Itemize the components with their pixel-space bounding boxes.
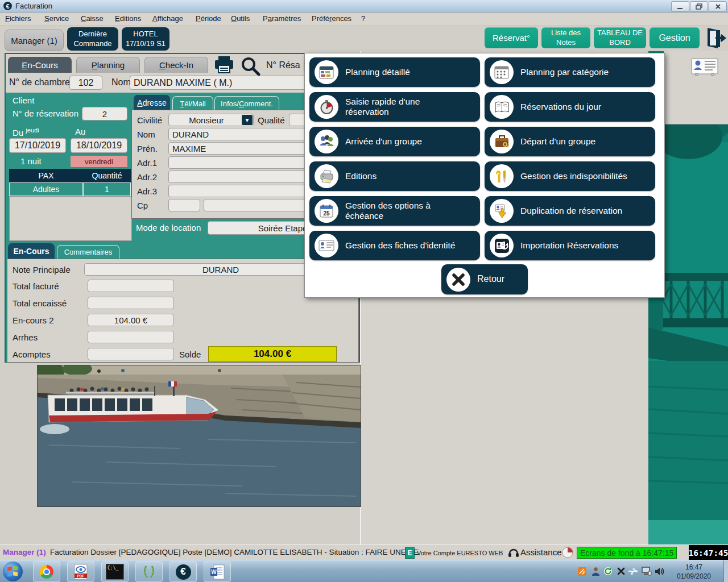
menu-editions[interactable]: Editions xyxy=(115,14,141,23)
resa-number-label: N° de réservation xyxy=(13,109,78,118)
reservation-button[interactable]: Réservat° xyxy=(485,27,538,48)
planning-detaille-button[interactable]: Planning détaillé xyxy=(309,57,480,87)
civilite-select[interactable]: Monsieur ▼ xyxy=(168,114,254,126)
du-label: Du jeudi xyxy=(13,127,39,138)
importation-reservations-button[interactable]: Importation Réservations xyxy=(485,231,655,260)
retour-button[interactable]: Retour xyxy=(441,264,528,294)
total-facture-field[interactable] xyxy=(88,280,174,292)
quantite-header: Quantité xyxy=(83,169,131,182)
euresto-logo-icon: E xyxy=(405,547,415,559)
status-message: Facturation Dossier [PEDAGOGIQUE] Poste … xyxy=(50,548,419,556)
taskbar: PDF C:\_ € W 16:47 01/09/2020 xyxy=(0,560,728,582)
side-panel xyxy=(664,51,728,124)
arrhes-field[interactable] xyxy=(88,331,174,343)
pdf-viewer-icon[interactable]: PDF xyxy=(67,562,94,582)
arrivee-groupe-button[interactable]: Arrivée d'un groupe xyxy=(309,127,480,156)
options-echeance-button[interactable]: 25 Gestion des options à échéance xyxy=(309,196,480,226)
chrome-icon[interactable] xyxy=(33,562,60,582)
euro-app-icon[interactable]: € xyxy=(169,562,197,582)
close-button[interactable] xyxy=(709,1,727,12)
seine-boat-photo xyxy=(37,365,361,507)
tab-adresse[interactable]: Adresse xyxy=(134,95,170,110)
manager-button[interactable]: Manager (1) xyxy=(5,30,64,51)
menu-outils[interactable]: Outils xyxy=(231,14,250,23)
status-assistance[interactable]: Assistance xyxy=(520,547,562,557)
restore-button[interactable] xyxy=(690,1,708,12)
tab-infos-comment[interactable]: Infos/Comment. xyxy=(214,96,279,110)
pax-row-type[interactable]: Adultes xyxy=(9,182,83,196)
resa-number-input[interactable]: 2 xyxy=(82,107,127,120)
editions-button[interactable]: Editions xyxy=(309,161,480,191)
tab-planning[interactable]: Planning xyxy=(76,57,140,73)
tab-tel-mail[interactable]: Tél/Mail xyxy=(172,96,213,110)
liste-notes-button[interactable]: Liste des Notes xyxy=(541,27,590,48)
cp-field[interactable] xyxy=(168,199,200,211)
word-icon[interactable]: W xyxy=(204,562,231,582)
total-encaisse-label: Total encaissé xyxy=(13,298,67,308)
exit-door-icon[interactable] xyxy=(705,26,727,52)
qualite-label: Qualité xyxy=(258,115,285,125)
pax-row-qty[interactable]: 1 xyxy=(83,182,131,196)
print-icon[interactable] xyxy=(214,56,234,77)
show-desktop-button[interactable] xyxy=(723,560,728,582)
import-card-icon xyxy=(490,234,514,257)
adr1-label: Adr.1 xyxy=(137,158,157,168)
fiches-identite-button[interactable]: Gestion des fiches d'identité xyxy=(309,231,480,260)
indisponibilites-button[interactable]: Gestion des indisponibilités xyxy=(485,161,655,191)
gestion-button[interactable]: Gestion xyxy=(650,27,700,48)
chevron-down-icon[interactable]: ▼ xyxy=(242,115,253,125)
identity-card-icon[interactable] xyxy=(691,58,718,78)
taskbar-clock[interactable]: 16:47 01/09/2020 xyxy=(670,563,718,581)
total-facture-label: Total facturé xyxy=(13,281,59,291)
tray-close-icon[interactable] xyxy=(616,567,626,576)
tab-en-cours[interactable]: En-Cours xyxy=(8,57,72,73)
headset-icon[interactable] xyxy=(508,547,519,560)
tray-network-icon[interactable] xyxy=(642,567,652,576)
tab-commentaires[interactable]: Commentaires xyxy=(57,245,119,259)
hotel-date-button[interactable]: HOTEL 17/10/19 S1 xyxy=(122,27,169,51)
au-label: Au xyxy=(75,127,85,136)
printer-icon xyxy=(315,164,338,188)
nights-label: 1 nuit xyxy=(20,156,42,166)
saisie-rapide-button[interactable]: Saisie rapide d'une réservation xyxy=(309,92,480,122)
reservations-jour-button[interactable]: Réservations du jour xyxy=(485,92,655,122)
tableau-bord-button[interactable]: TABLEAU DE BORD xyxy=(594,27,646,48)
depart-groupe-button[interactable]: Départ d'un groupe xyxy=(485,127,655,156)
tray-user-icon[interactable] xyxy=(590,567,601,576)
menu-caisse[interactable]: Caisse xyxy=(81,14,104,23)
date-to-input[interactable]: 18/10/2019 xyxy=(71,138,127,153)
start-button[interactable] xyxy=(3,562,23,581)
tray-sync-icon[interactable] xyxy=(603,567,613,576)
menu-help[interactable]: ? xyxy=(361,14,365,23)
total-encaisse-field[interactable] xyxy=(88,297,174,309)
stopwatch-icon xyxy=(315,95,338,119)
menu-affichage[interactable]: Affichage xyxy=(152,14,183,23)
menu-fichiers[interactable]: Fichiers xyxy=(5,14,31,23)
menu-parametres[interactable]: Paramètres xyxy=(263,14,301,23)
menu-preferences[interactable]: Préférences xyxy=(312,14,351,23)
acomptes-field[interactable] xyxy=(88,348,174,360)
civilite-label: Civilité xyxy=(137,115,162,125)
tray-usb-icon[interactable] xyxy=(628,567,638,576)
command-prompt-icon[interactable]: C:\_ xyxy=(101,562,129,582)
pie-clock-icon xyxy=(562,547,573,560)
menu-periode[interactable]: Période xyxy=(196,14,221,23)
status-manager: Manager (1) xyxy=(3,548,46,556)
encours2-label: En-cours 2 xyxy=(13,315,54,325)
status-clock: 16:47:45 xyxy=(689,545,728,560)
menu-service[interactable]: Service xyxy=(44,14,69,23)
wreath-app-icon[interactable] xyxy=(135,562,163,582)
tab-check-in[interactable]: Check-In xyxy=(144,57,208,73)
solde-value-badge: 104.00 € xyxy=(208,346,337,362)
date-from-input[interactable]: 17/10/2019 xyxy=(9,138,66,153)
tray-speaker-icon[interactable] xyxy=(654,567,664,576)
derniere-commande-button[interactable]: Dernière Commande xyxy=(67,27,118,51)
prenom-label: Prén. xyxy=(137,144,158,153)
minimize-button[interactable] xyxy=(671,1,689,12)
duplication-button[interactable]: Duplication de réservation xyxy=(485,196,655,226)
chambre-input[interactable]: 102 xyxy=(69,76,102,90)
planning-categorie-button[interactable]: Planning par catégorie xyxy=(485,57,655,87)
tab-encours-bottom[interactable]: En-Cours xyxy=(8,243,55,259)
encours2-field[interactable]: 104.00 € xyxy=(88,314,174,326)
tray-orange-app-icon[interactable] xyxy=(577,567,587,576)
